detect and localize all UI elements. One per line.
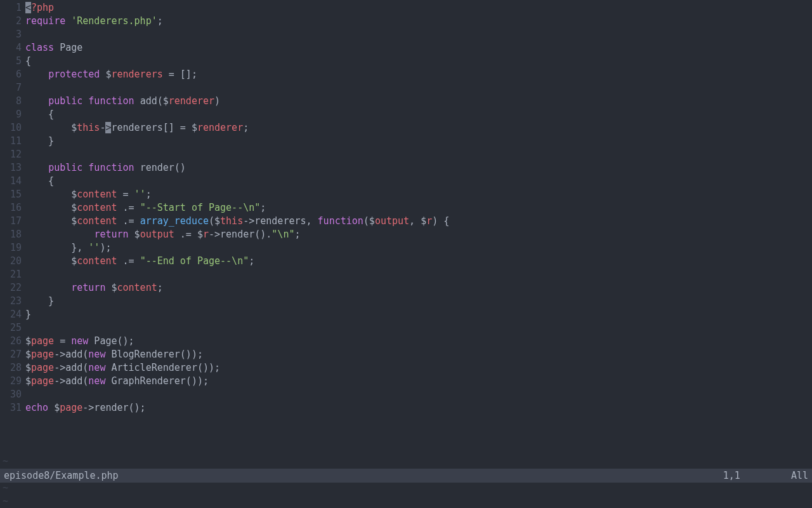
code-line[interactable]: require 'Renderers.php';	[25, 15, 812, 28]
token-plain: $	[129, 229, 140, 240]
token-plain: ) {	[432, 215, 449, 227]
code-line[interactable]: }	[25, 308, 812, 321]
code-line[interactable]: }, '');	[25, 241, 812, 255]
code-line[interactable]: $content .= array_reduce($this->renderer…	[25, 215, 812, 228]
code-line[interactable]	[25, 28, 812, 41]
line-number: 3	[0, 28, 22, 41]
token-kw: protected	[48, 69, 100, 80]
token-var: page	[31, 375, 54, 387]
token-plain: {	[25, 55, 31, 67]
line-number: 17	[0, 215, 22, 228]
line-number: 5	[0, 55, 22, 68]
code-line[interactable]: {	[25, 55, 812, 68]
token-kw: echo	[25, 402, 48, 413]
code-line[interactable]: class Page	[25, 41, 812, 55]
code-line[interactable]	[25, 388, 812, 401]
code-line[interactable]: public function add($renderer)	[25, 95, 812, 108]
token-kw: function	[88, 95, 134, 107]
token-plain: ;	[249, 255, 254, 267]
token-var: page	[31, 349, 54, 360]
token-plain: {	[25, 109, 54, 120]
code-line[interactable]: $content .= "--End of Page--\n";	[25, 255, 812, 268]
token-str: 'Renderers.php'	[71, 15, 157, 27]
code-line[interactable]: {	[25, 175, 812, 188]
token-plain: $	[105, 282, 117, 293]
status-bar: episode8/Example.php 1,1 All	[0, 469, 812, 483]
code-line[interactable]: {	[25, 108, 812, 121]
token-var: output	[140, 229, 174, 240]
token-var: r	[426, 215, 432, 227]
line-number: 6	[0, 68, 22, 81]
token-plain: ->renderers,	[243, 215, 317, 227]
token-plain: $	[25, 189, 77, 200]
code-line[interactable]: echo $page->render();	[25, 401, 812, 415]
code-line[interactable]	[25, 148, 812, 161]
line-number: 30	[0, 388, 22, 401]
editor-window: 1234567891011121314151617181920212223242…	[0, 0, 812, 508]
token-kw: return	[94, 229, 128, 240]
code-line[interactable]	[25, 81, 812, 95]
line-number: 7	[0, 81, 22, 95]
code-line[interactable]: return $content;	[25, 281, 812, 295]
code-line[interactable]: protected $renderers = [];	[25, 68, 812, 81]
line-number: 18	[0, 228, 22, 241]
line-number: 28	[0, 361, 22, 375]
line-number: 8	[0, 95, 22, 108]
token-var: page	[31, 362, 54, 373]
token-plain	[25, 229, 94, 240]
token-plain: Page();	[88, 335, 134, 347]
token-plain: }	[25, 295, 54, 307]
token-plain: $	[25, 122, 77, 133]
token-plain: Page	[60, 42, 82, 53]
token-plain	[25, 162, 48, 173]
line-number: 21	[0, 268, 22, 281]
token-plain: .= $	[174, 229, 203, 240]
code-line[interactable]	[25, 268, 812, 281]
code-area[interactable]: 1234567891011121314151617181920212223242…	[0, 0, 812, 455]
token-var: content	[77, 215, 117, 227]
line-number: 31	[0, 401, 22, 415]
code-line[interactable]: }	[25, 135, 812, 148]
token-plain: ArticleRenderer());	[105, 362, 220, 373]
line-number: 25	[0, 321, 22, 335]
token-kw: return	[71, 282, 105, 293]
code-line[interactable]: $page->add(new ArticleRenderer());	[25, 361, 812, 375]
code-line[interactable]: $content .= "--Start of Page--\n";	[25, 201, 812, 215]
status-file-path: episode8/Example.php	[4, 469, 119, 483]
token-kw: public	[48, 95, 82, 107]
code-content[interactable]: <?phprequire 'Renderers.php';class Page{…	[25, 1, 812, 455]
token-plain	[82, 95, 88, 107]
token-kw: new	[88, 349, 105, 360]
token-var: output	[375, 215, 409, 227]
code-line[interactable]	[25, 321, 812, 335]
token-kw: function	[318, 215, 363, 227]
token-kw: new	[88, 375, 105, 387]
line-number: 19	[0, 241, 22, 255]
token-kw: function	[88, 162, 134, 173]
token-plain: renderers[] = $	[111, 122, 197, 133]
token-plain: =	[117, 189, 134, 200]
token-plain: );	[100, 242, 111, 253]
code-line[interactable]: }	[25, 295, 812, 308]
code-line[interactable]: $this->renderers[] = $renderer;	[25, 121, 812, 135]
code-line[interactable]: return $output .= $r->render()."\n";	[25, 228, 812, 241]
token-plain	[82, 162, 88, 173]
token-kw: new	[71, 335, 88, 347]
code-line[interactable]: <?php	[25, 1, 812, 15]
token-plain: $	[25, 362, 31, 373]
token-var: renderers	[111, 69, 162, 80]
code-line[interactable]: $content = '';	[25, 188, 812, 201]
tilde-line: ~	[3, 481, 812, 495]
line-number: 15	[0, 188, 22, 201]
token-plain: )	[214, 95, 220, 107]
code-line[interactable]: $page->add(new BlogRenderer());	[25, 348, 812, 361]
code-line[interactable]: public function render()	[25, 161, 812, 175]
token-kw: require	[25, 15, 65, 27]
code-line[interactable]: $page->add(new GraphRenderer());	[25, 375, 812, 388]
token-plain: $	[25, 215, 77, 227]
token-plain: ;	[243, 122, 249, 133]
token-var: renderer	[169, 95, 214, 107]
token-var: this	[220, 215, 243, 227]
token-plain: = [];	[163, 69, 197, 80]
code-line[interactable]: $page = new Page();	[25, 335, 812, 348]
